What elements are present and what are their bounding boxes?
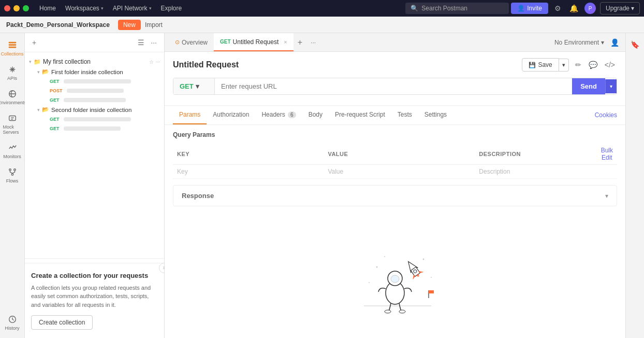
collection-item[interactable]: ▾ 📁 My first collection ☆ ··· — [25, 57, 164, 67]
svg-point-17 — [376, 266, 378, 268]
svg-point-6 — [13, 169, 16, 171]
request-name-placeholder-4 — [64, 117, 131, 121]
workspaces-nav-item[interactable]: Workspaces ▾ — [61, 3, 108, 14]
notifications-button[interactable]: 🔔 — [567, 2, 580, 15]
folder1-item[interactable]: ▾ 📂 First folder inside collection — [25, 67, 164, 77]
svg-point-12 — [391, 275, 399, 283]
folder2-name: Second folder inside collection — [51, 107, 160, 113]
tabs-bar: ⊙ Overview GET Untitled Request × + ··· … — [165, 33, 625, 52]
topbar-right: 👤 Invite ⚙ 🔔 P Upgrade ▾ — [511, 2, 640, 15]
col-desc-header: DESCRIPTION — [475, 144, 596, 165]
save-chevron-button[interactable]: ▾ — [559, 59, 569, 72]
search-bar[interactable]: 🔍 Search Postman — [405, 3, 509, 14]
add-collection-button[interactable]: + — [30, 37, 38, 48]
request-area: Untitled Request 💾 Save ▾ ✏ 💬 </> — [165, 52, 625, 106]
topbar-nav: Home Workspaces ▾ API Network ▾ Explore — [35, 3, 403, 14]
invite-label: Invite — [527, 5, 542, 12]
tests-tab[interactable]: Tests — [391, 106, 418, 124]
api-network-label: API Network — [113, 5, 148, 12]
flows-label: Flows — [6, 178, 19, 184]
settings-button[interactable]: ⚙ — [552, 2, 563, 15]
environment-selector[interactable]: No Environment ▾ — [554, 39, 604, 46]
maximize-traffic-light[interactable] — [23, 5, 29, 11]
sidebar-item-mock-servers[interactable]: Mock Servers — [1, 110, 24, 138]
panel-more-button[interactable]: ··· — [149, 37, 159, 48]
tabs-right: No Environment ▾ 👤 — [554, 36, 621, 49]
method-get-badge: GET — [48, 78, 62, 84]
sidebar-item-environments[interactable]: Environments — [1, 86, 24, 108]
tab-close-icon[interactable]: × — [284, 39, 287, 45]
close-traffic-light[interactable] — [4, 5, 10, 11]
save-icon: 💾 — [529, 62, 536, 68]
home-nav-item[interactable]: Home — [35, 3, 60, 14]
param-desc-input[interactable] — [479, 168, 592, 175]
send-button[interactable]: Send — [572, 78, 605, 94]
cookies-link[interactable]: Cookies — [595, 111, 617, 119]
svg-point-14 — [399, 310, 405, 313]
sidebar-item-monitors[interactable]: Monitors — [1, 140, 24, 162]
request-item-5[interactable]: GET — [25, 124, 164, 133]
authorization-tab[interactable]: Authorization — [207, 106, 255, 124]
right-sidebar-icon-1[interactable]: 🔖 — [627, 37, 642, 52]
sidebar-icons: Collections APIs Environments Mock Serve… — [0, 33, 25, 338]
create-collection-button[interactable]: Create collection — [31, 315, 93, 330]
request-name-placeholder-2 — [67, 89, 124, 93]
invite-button[interactable]: 👤 Invite — [511, 3, 548, 14]
mock-servers-icon — [8, 114, 17, 123]
request-item-4[interactable]: GET — [25, 115, 164, 124]
param-value-cell — [324, 165, 475, 179]
main-content: ⊙ Overview GET Untitled Request × + ··· … — [165, 33, 625, 338]
comment-icon-button[interactable]: 💬 — [587, 59, 599, 71]
request-item-1[interactable]: GET — [25, 77, 164, 86]
explore-nav-item[interactable]: Explore — [157, 3, 186, 14]
body-tab[interactable]: Body — [302, 106, 329, 124]
tab-overview[interactable]: ⊙ Overview — [169, 33, 214, 51]
request-item-3[interactable]: GET — [25, 95, 164, 105]
tab-request[interactable]: GET Untitled Request × — [214, 33, 294, 51]
request-item-2[interactable]: POST — [25, 86, 164, 95]
folder2-item[interactable]: ▾ 📂 Second folder inside collection — [25, 105, 164, 115]
sidebar-item-apis[interactable]: APIs — [1, 62, 24, 84]
save-label: Save — [538, 61, 552, 68]
response-header[interactable]: Response ▾ — [173, 186, 617, 206]
bulk-edit-button[interactable]: Bulk Edit — [601, 147, 613, 161]
apis-label: APIs — [7, 76, 17, 81]
url-input[interactable] — [215, 78, 572, 94]
sidebar-item-flows[interactable]: Flows — [1, 164, 24, 187]
pre-request-tab[interactable]: Pre-request Script — [329, 106, 391, 124]
method-select[interactable]: GET ▾ — [173, 78, 215, 94]
workspaces-chevron-icon: ▾ — [101, 6, 104, 11]
sidebar-item-history[interactable]: History — [1, 312, 24, 334]
headers-tab[interactable]: Headers 6 — [255, 106, 302, 124]
tab-method-label: GET — [220, 39, 231, 45]
api-network-nav-item[interactable]: API Network ▾ — [109, 3, 156, 14]
avatar[interactable]: P — [584, 3, 596, 14]
minimize-traffic-light[interactable] — [13, 5, 20, 11]
edit-icon-button[interactable]: ✏ — [573, 59, 583, 71]
method-get-badge-4: GET — [48, 125, 62, 132]
code-icon-button[interactable]: </> — [603, 59, 617, 71]
flows-icon — [8, 167, 17, 177]
param-value-input[interactable] — [328, 168, 471, 175]
new-button[interactable]: New — [118, 20, 141, 30]
sidebar-item-collections[interactable]: Collections — [1, 37, 24, 60]
panel-collapse-button[interactable]: › — [159, 263, 165, 273]
params-tab[interactable]: Params — [173, 106, 207, 124]
params-table-header: KEY VALUE DESCRIPTION Bulk Edit — [173, 144, 617, 165]
environments-icon — [8, 89, 17, 98]
send-chevron-button[interactable]: ▾ — [605, 79, 617, 93]
filter-button[interactable]: ☰ — [136, 37, 147, 48]
col-key-header: KEY — [173, 144, 324, 165]
save-button[interactable]: 💾 Save — [522, 58, 559, 72]
method-post-badge: POST — [48, 88, 65, 94]
user-icon-button[interactable]: 👤 — [608, 36, 621, 49]
settings-tab[interactable]: Settings — [418, 106, 453, 124]
more-tabs-button[interactable]: ··· — [306, 39, 320, 46]
param-key-input[interactable] — [177, 168, 319, 175]
collection-name: My first collection — [43, 58, 147, 65]
svg-rect-4 — [9, 116, 16, 121]
upgrade-button[interactable]: Upgrade ▾ — [600, 2, 640, 15]
add-tab-button[interactable]: + — [294, 38, 306, 47]
import-button[interactable]: Import — [145, 21, 163, 29]
svg-point-13 — [385, 310, 391, 313]
